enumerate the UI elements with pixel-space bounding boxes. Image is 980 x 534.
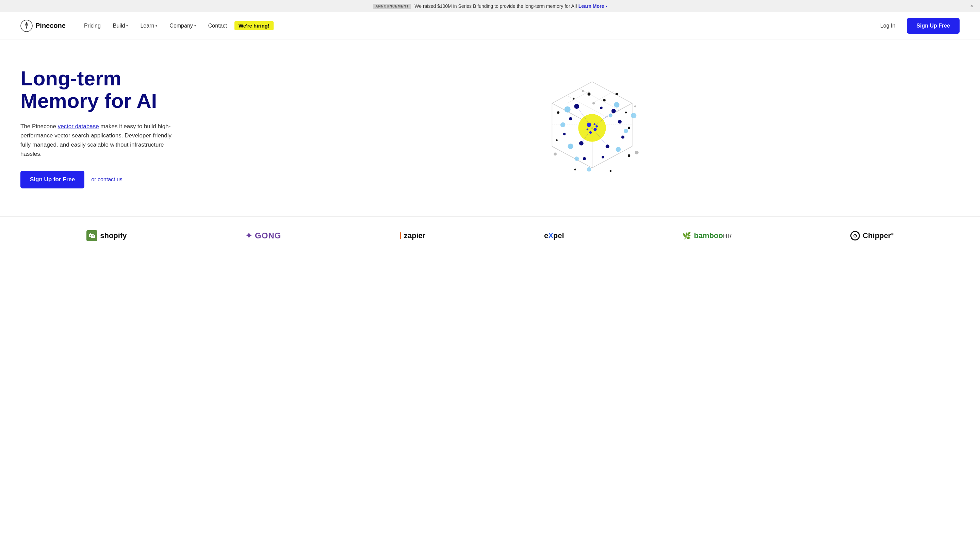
zapier-logo: zapier: [400, 231, 426, 240]
shopify-logo: 🛍 shopify: [86, 230, 127, 241]
announcement-tag: ANNOUNCEMENT: [373, 4, 411, 9]
svg-point-55: [634, 105, 636, 107]
svg-point-25: [563, 133, 566, 135]
announcement-text: We raised $100M in Series B funding to p…: [414, 3, 577, 9]
svg-point-51: [635, 151, 639, 154]
svg-point-23: [579, 141, 584, 146]
hero-actions: Sign Up for Free or contact us: [21, 171, 224, 188]
logos-section: 🛍 shopify ✦ GONG zapier eXpel 🌿 bambooHR…: [0, 216, 980, 255]
svg-point-33: [573, 98, 574, 99]
hero-cta-button[interactable]: Sign Up for Free: [21, 171, 84, 188]
chipper-icon: ⊙: [850, 231, 860, 240]
expel-logo: eXpel: [544, 231, 564, 240]
bamboo-leaf-icon: 🌿: [682, 232, 691, 240]
svg-point-18: [587, 129, 588, 130]
svg-point-47: [587, 167, 592, 172]
announcement-link[interactable]: Learn More ›: [579, 3, 607, 9]
expel-x-icon: X: [548, 231, 553, 240]
svg-point-37: [556, 139, 557, 141]
pinecone-logo-icon: [21, 20, 33, 32]
svg-point-34: [625, 111, 627, 113]
svg-point-28: [583, 157, 586, 160]
svg-point-26: [621, 136, 624, 139]
close-button[interactable]: ×: [970, 3, 973, 9]
svg-point-46: [616, 147, 620, 152]
nav-item-pricing[interactable]: Pricing: [79, 20, 105, 32]
svg-point-50: [631, 113, 636, 118]
nav-item-company[interactable]: Company ▾: [165, 20, 200, 32]
hero-visual: [224, 63, 959, 192]
vector-database-visualization: [527, 63, 657, 192]
zapier-icon: [400, 232, 401, 239]
navbar: Pinecone Pricing Build ▾ Learn ▾ Company…: [0, 12, 980, 40]
svg-point-14: [594, 128, 597, 131]
bamboohr-logo: 🌿 bambooHR: [682, 231, 732, 240]
svg-point-38: [628, 154, 630, 157]
hero-description: The Pinecone vector database makes it ea…: [21, 122, 184, 159]
svg-point-42: [614, 102, 619, 108]
shopify-icon: 🛍: [86, 230, 97, 241]
svg-point-40: [610, 170, 611, 172]
bamboohr-label: bambooHR: [694, 231, 732, 240]
svg-point-43: [560, 122, 565, 127]
hero-content: Long-term Memory for AI The Pinecone vec…: [21, 67, 224, 189]
logo[interactable]: Pinecone: [21, 20, 66, 32]
expel-label: eXpel: [544, 231, 564, 240]
nav-links: Pricing Build ▾ Learn ▾ Company ▾ Contac…: [79, 20, 875, 32]
signup-button[interactable]: Sign Up Free: [907, 18, 959, 34]
svg-point-21: [569, 117, 572, 120]
hero-contact-link[interactable]: or contact us: [91, 176, 123, 183]
svg-line-2: [552, 146, 592, 168]
logo-text: Pinecone: [35, 22, 66, 30]
gong-label: GONG: [255, 231, 281, 240]
svg-point-22: [618, 120, 622, 124]
zapier-label: zapier: [404, 231, 426, 240]
nav-item-contact[interactable]: Contact: [204, 20, 232, 32]
chevron-down-icon: ▾: [156, 24, 157, 27]
svg-point-1: [26, 25, 27, 27]
svg-line-3: [592, 146, 632, 168]
svg-point-16: [594, 123, 595, 125]
svg-point-54: [582, 90, 584, 92]
announcement-bar: ANNOUNCEMENT We raised $100M in Series B…: [0, 0, 980, 12]
svg-point-39: [574, 168, 576, 170]
svg-point-30: [587, 92, 590, 95]
svg-point-45: [568, 143, 573, 149]
svg-point-27: [600, 107, 603, 109]
hero-title: Long-term Memory for AI: [21, 67, 224, 112]
gong-logo: ✦ GONG: [245, 231, 281, 240]
chevron-down-icon: ▾: [194, 24, 196, 27]
chipper-label: Chipper®: [862, 231, 894, 240]
svg-point-13: [587, 123, 592, 127]
svg-point-32: [616, 93, 618, 95]
svg-point-41: [565, 106, 571, 113]
svg-point-15: [589, 131, 592, 134]
hero-section: Long-term Memory for AI The Pinecone vec…: [0, 40, 980, 216]
svg-point-53: [592, 102, 595, 105]
svg-point-31: [603, 99, 606, 101]
svg-point-44: [624, 129, 628, 134]
chipper-logo: ⊙ Chipper®: [850, 231, 894, 240]
shopify-label: shopify: [100, 231, 127, 240]
nav-right: Log In Sign Up Free: [875, 18, 959, 34]
nav-item-learn[interactable]: Learn ▾: [135, 20, 162, 32]
login-button[interactable]: Log In: [875, 20, 900, 32]
vector-database-link[interactable]: vector database: [58, 123, 99, 130]
gong-star-icon: ✦: [245, 231, 252, 240]
svg-point-35: [557, 111, 559, 114]
svg-point-49: [574, 156, 579, 161]
chevron-down-icon: ▾: [126, 24, 128, 27]
nav-item-build[interactable]: Build ▾: [108, 20, 133, 32]
svg-point-36: [628, 127, 630, 129]
svg-point-52: [554, 153, 557, 156]
svg-point-17: [595, 125, 598, 127]
svg-line-7: [580, 89, 620, 110]
hiring-badge[interactable]: We're hiring!: [234, 21, 274, 30]
svg-point-29: [601, 156, 604, 158]
